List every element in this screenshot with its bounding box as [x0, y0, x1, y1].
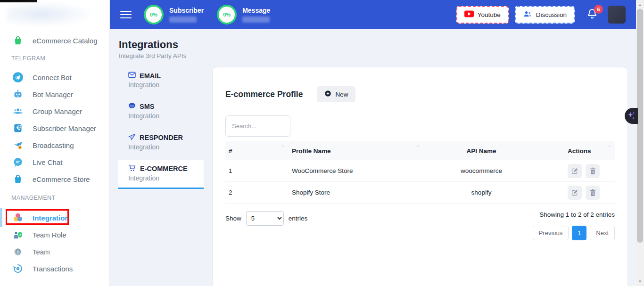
edit-button[interactable]: [568, 164, 582, 178]
row-profile-name: Shopify Store: [289, 189, 423, 196]
page-1-button[interactable]: 1: [572, 226, 586, 240]
sort-icon: ↑↓: [281, 143, 285, 148]
discussion-button-label: Discussion: [536, 11, 567, 18]
sidebar-item-label: Bot Manager: [33, 90, 73, 98]
previous-page-button[interactable]: Previous: [533, 226, 569, 240]
row-num: 1: [225, 167, 289, 174]
logo-blurred: [7, 2, 91, 26]
sort-icon: ↑↓: [608, 143, 611, 148]
sidebar-item-label: Transactions: [33, 265, 73, 273]
subnav-subtitle: Integration: [128, 81, 204, 89]
notification-count-badge: 6: [594, 5, 603, 14]
ai-assistant-fab[interactable]: [625, 108, 638, 124]
svg-text:sms: sms: [130, 105, 134, 107]
sidebar-item-connect-bot[interactable]: Connect Bot: [0, 69, 109, 86]
main-content: Integrations Integrate 3rd Party APIs EM…: [110, 29, 636, 286]
row-num: 2: [225, 189, 289, 196]
plus-circle-icon: [324, 90, 331, 98]
table-row: 1 WooCommerce Store woocommerce: [225, 160, 615, 182]
sidebar-item-team[interactable]: ⚙ Team: [0, 243, 109, 260]
sidebar-item-label: Live Chat: [33, 158, 62, 166]
sidebar-item-subscriber-manager[interactable]: Subscriber Manager: [0, 120, 109, 137]
shopping-bag-green-icon: [11, 34, 25, 47]
subnav-item-email[interactable]: EMAIL Integration: [118, 67, 204, 94]
section-label-telegram: TELEGRAM: [11, 54, 109, 63]
robot-icon: [11, 88, 25, 101]
sidebar-item-label: Integration: [33, 214, 69, 222]
search-input[interactable]: [225, 115, 290, 137]
users-icon: [523, 10, 532, 20]
showing-entries-text: Showing 1 to 2 of 2 entries: [539, 211, 615, 218]
subnav-item-ecommerce[interactable]: E-COMMERCE Integration: [118, 160, 204, 189]
sidebar-item-integration[interactable]: Integration: [0, 209, 109, 226]
sidebar-item-group-manager[interactable]: Group Manager: [0, 103, 109, 120]
next-page-button[interactable]: Next: [590, 226, 615, 240]
subnav-title-text: EMAIL: [140, 72, 161, 80]
sidebar-item-label: Team Role: [33, 231, 66, 239]
user-avatar[interactable]: [608, 6, 626, 24]
sidebar-item-label: Connect Bot: [33, 74, 72, 82]
sidebar-item-transactions[interactable]: Transactions: [0, 260, 109, 277]
trash-icon: [589, 189, 596, 196]
column-header-num[interactable]: # ↑↓: [225, 141, 289, 160]
scroll-up-arrow[interactable]: ▲: [636, 1, 644, 8]
subnav-title-text: E-COMMERCE: [140, 165, 188, 172]
role-shield-icon: [11, 228, 25, 241]
scroll-down-arrow[interactable]: ▼: [636, 278, 644, 285]
sidebar-item-team-role[interactable]: Team Role: [0, 226, 109, 243]
subnav-item-responder[interactable]: RESPONDER Integration: [118, 129, 204, 156]
show-label: Show: [225, 215, 241, 222]
team-gear-icon: ⚙: [11, 245, 25, 258]
subnav-item-sms[interactable]: sms SMS Integration: [118, 98, 204, 125]
section-label-management: MANAGEMENT: [11, 193, 109, 203]
sidebar-item-broadcasting[interactable]: Broadcasting: [0, 137, 109, 154]
subnav-subtitle: Integration: [128, 112, 204, 120]
page-size-select[interactable]: 5: [246, 211, 284, 226]
edit-button[interactable]: [568, 186, 582, 200]
sms-bubble-icon: sms: [128, 102, 136, 111]
new-profile-button[interactable]: New: [317, 86, 355, 102]
sidebar-item-bot-manager[interactable]: Bot Manager: [0, 86, 109, 103]
subscriber-progress-ring: 0%: [144, 5, 164, 25]
vertical-scrollbar: ▲ ▼: [636, 0, 644, 286]
phonebook-icon: [11, 122, 25, 135]
pagination: Previous 1 Next: [533, 226, 615, 240]
column-header-api-name[interactable]: API Name: [423, 141, 539, 160]
row-api-name: shopify: [423, 189, 539, 196]
integration-circles-icon: [11, 211, 25, 224]
shopping-bag-blue-icon: [11, 172, 25, 186]
delete-button[interactable]: [586, 186, 600, 200]
column-header-actions[interactable]: Actions ↑↓: [539, 141, 615, 160]
sidebar-item-live-chat[interactable]: Live Chat: [0, 154, 109, 171]
subnav-subtitle: Integration: [128, 174, 204, 182]
edit-icon: [571, 189, 578, 196]
youtube-button[interactable]: Youtube: [456, 6, 509, 24]
bell-icon: [586, 13, 598, 21]
sidebar-item-ecommerce-catalog[interactable]: eCommerce Catalog: [0, 32, 109, 49]
youtube-button-label: Youtube: [478, 11, 501, 18]
paper-plane-icon: [128, 133, 136, 142]
trash-icon: [589, 167, 596, 175]
delete-button[interactable]: [586, 164, 600, 178]
sidebar-item-label: Subscriber Manager: [33, 124, 96, 132]
table-row: 2 Shopify Store shopify: [225, 182, 615, 204]
hamburger-menu-icon[interactable]: [120, 8, 132, 21]
new-button-label: New: [335, 91, 348, 98]
column-header-profile-name[interactable]: Profile Name ↑↓: [289, 141, 423, 160]
sidebar: eCommerce Catalog TELEGRAM Connect Bot B…: [0, 0, 110, 286]
message-stat: 0% Message: [217, 5, 270, 25]
topbar: 0% Subscriber 0% Message Youtube Discuss…: [110, 0, 636, 29]
notifications-bell[interactable]: 6: [586, 8, 598, 22]
discussion-button[interactable]: Discussion: [515, 6, 575, 24]
telegram-plane-icon: [11, 71, 25, 84]
scrollbar-thumb[interactable]: [637, 9, 643, 243]
page-subtitle: Integrate 3rd Party APIs: [119, 52, 636, 59]
subscriber-stat-label: Subscriber: [169, 7, 204, 14]
sidebar-item-label: eCommerce Store: [33, 175, 90, 183]
sidebar-item-ecommerce-store[interactable]: eCommerce Store: [0, 171, 109, 188]
profiles-table: # ↑↓ Profile Name ↑↓ API Name Actions ↑↓: [225, 141, 615, 204]
ecommerce-profile-card: E-commerce Profile New # ↑↓ Profile: [212, 67, 628, 286]
edit-icon: [571, 167, 578, 175]
subnav-subtitle: Integration: [128, 143, 204, 151]
cart-icon: [128, 164, 136, 173]
